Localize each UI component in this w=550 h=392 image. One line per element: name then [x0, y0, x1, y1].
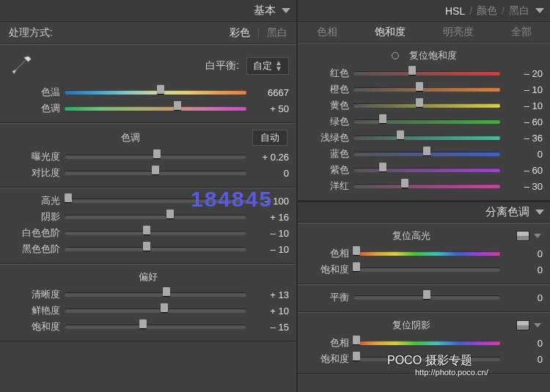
split-shadows-section: 复位阴影 色相0 饱和度0 — [298, 312, 550, 374]
tint-slider[interactable]: 色调 + 50 — [7, 100, 289, 117]
treatment-color[interactable]: 彩色 — [230, 26, 250, 38]
highlight-swatch-icon[interactable] — [516, 231, 529, 241]
highlights-slider[interactable]: 高光 – 100 — [7, 193, 289, 209]
temp-slider[interactable]: 色温 6667 — [7, 84, 289, 100]
exposure-slider[interactable]: 曝光度 + 0.26 — [7, 149, 289, 165]
basic-panel-header[interactable]: 基本 — [0, 0, 296, 22]
collapse-icon[interactable] — [535, 8, 544, 13]
sat-purple-slider[interactable]: 紫色– 60 — [305, 162, 543, 178]
vibrance-slider[interactable]: 鲜艳度 + 10 — [7, 303, 289, 319]
tab-hsl[interactable]: HSL — [445, 5, 465, 17]
presence-section: 偏好 清晰度 + 13 鲜艳度 + 10 饱和度 – 15 — [0, 264, 296, 341]
hsl-panel: HSL / 颜色 / 黑白 色相 饱和度 明亮度 全部 复位饱和度 红色– 20… — [296, 0, 550, 392]
sat-orange-slider[interactable]: 橙色– 10 — [305, 81, 543, 97]
tone-section: 色调 自动 曝光度 + 0.26 对比度 0 — [0, 123, 296, 188]
treatment-row: 处理方式: 彩色 | 黑白 — [0, 22, 296, 44]
white-balance-section: 白平衡: 自定 ▲▼ 色温 6667 色调 + 50 — [0, 44, 296, 123]
hsl-panel-header[interactable]: HSL / 颜色 / 黑白 — [298, 0, 550, 22]
subtab-saturation[interactable]: 饱和度 — [375, 26, 406, 39]
sat-blue-slider[interactable]: 蓝色0 — [305, 146, 543, 162]
whites-slider[interactable]: 白色色阶 – 10 — [7, 225, 289, 241]
hsl-subtabs: 色相 饱和度 明亮度 全部 — [298, 22, 550, 42]
shadow-swatch-icon[interactable] — [516, 320, 529, 330]
sh-hue-slider[interactable]: 色相0 — [305, 335, 543, 351]
dropdown-arrows-icon: ▲▼ — [275, 60, 282, 72]
sat-green-slider[interactable]: 绿色– 60 — [305, 114, 543, 130]
reset-shadows-title[interactable]: 复位阴影 — [307, 319, 516, 332]
saturation-slider[interactable]: 饱和度 – 15 — [7, 319, 289, 335]
reset-saturation-title[interactable]: 复位饱和度 — [409, 49, 457, 62]
tab-color[interactable]: 颜色 — [477, 4, 497, 18]
hl-hue-slider[interactable]: 色相0 — [305, 245, 543, 262]
hl-sat-slider[interactable]: 饱和度0 — [305, 262, 543, 278]
sat-yellow-slider[interactable]: 黄色– 10 — [305, 97, 543, 114]
balance-slider[interactable]: 平衡0 — [305, 289, 543, 306]
tone-title: 色调 — [9, 131, 252, 144]
tab-bw[interactable]: 黑白 — [509, 4, 529, 18]
auto-button[interactable]: 自动 — [252, 130, 287, 146]
wb-value: 自定 — [253, 59, 272, 73]
sat-magenta-slider[interactable]: 洋红– 30 — [305, 178, 543, 194]
split-highlights-section: 复位高光 色相0 饱和度0 — [298, 223, 550, 284]
chevron-down-icon[interactable] — [534, 323, 541, 328]
sat-red-slider[interactable]: 红色– 20 — [305, 65, 543, 81]
tone-detail-section: 高光 – 100 阴影 + 16 白色色阶 – 10 黑色色阶 – 10 — [0, 188, 296, 264]
saturation-section: 复位饱和度 红色– 20 橙色– 10 黄色– 10 绿色– 60 浅绿色– 3… — [298, 42, 550, 201]
split-balance-section: 平衡0 — [298, 284, 550, 312]
panel-title: 基本 — [254, 4, 276, 18]
treatment-bw[interactable]: 黑白 — [267, 26, 287, 38]
wb-label: 白平衡: — [35, 59, 246, 73]
target-adjust-icon[interactable] — [392, 52, 399, 59]
clarity-slider[interactable]: 清晰度 + 13 — [7, 286, 289, 303]
split-toning-header[interactable]: 分离色调 — [298, 201, 550, 223]
subtab-hue[interactable]: 色相 — [317, 26, 337, 39]
shadows-slider[interactable]: 阴影 + 16 — [7, 209, 289, 225]
split-toning-title: 分离色调 — [485, 205, 529, 219]
chevron-down-icon[interactable] — [534, 234, 541, 238]
eyedropper-icon[interactable] — [7, 52, 35, 80]
subtab-all[interactable]: 全部 — [511, 26, 532, 39]
presence-title: 偏好 — [7, 269, 289, 286]
sat-aqua-slider[interactable]: 浅绿色– 36 — [305, 130, 543, 146]
reset-highlights-title[interactable]: 复位高光 — [307, 229, 516, 243]
subtab-luminance[interactable]: 明亮度 — [443, 26, 474, 39]
collapse-icon[interactable] — [535, 210, 544, 215]
wb-dropdown[interactable]: 自定 ▲▼ — [246, 57, 289, 75]
basic-panel: 基本 处理方式: 彩色 | 黑白 白平衡: 自定 ▲▼ 色温 6667 色调 — [0, 0, 296, 392]
treatment-label: 处理方式: — [9, 26, 53, 40]
blacks-slider[interactable]: 黑色色阶 – 10 — [7, 241, 289, 257]
sh-sat-slider[interactable]: 饱和度0 — [305, 351, 543, 367]
contrast-slider[interactable]: 对比度 0 — [7, 165, 289, 181]
collapse-icon[interactable] — [282, 8, 290, 13]
